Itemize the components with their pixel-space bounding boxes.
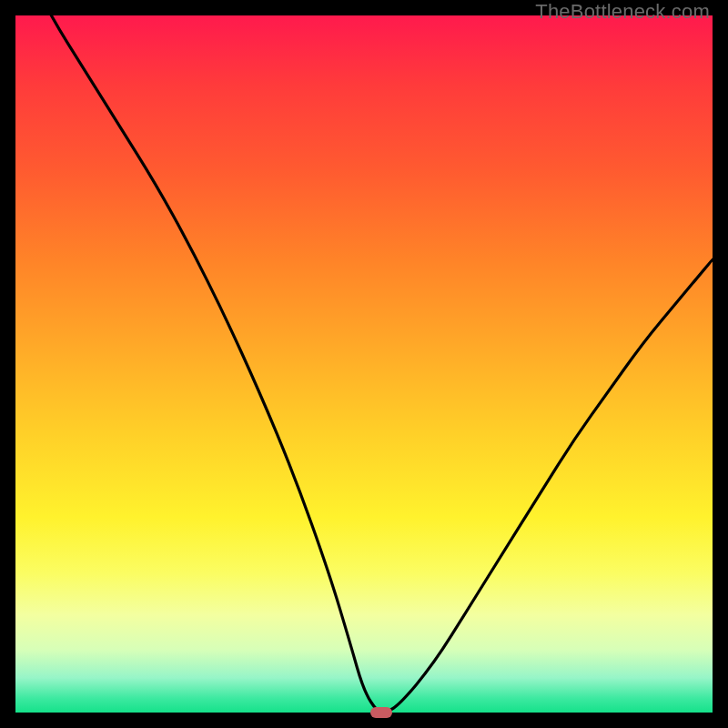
chart-frame: TheBottleneck.com — [0, 0, 728, 728]
optimum-marker-icon — [370, 707, 392, 718]
chart-plot-area — [15, 15, 713, 713]
watermark-label: TheBottleneck.com — [535, 0, 710, 24]
bottleneck-curve — [15, 15, 713, 713]
